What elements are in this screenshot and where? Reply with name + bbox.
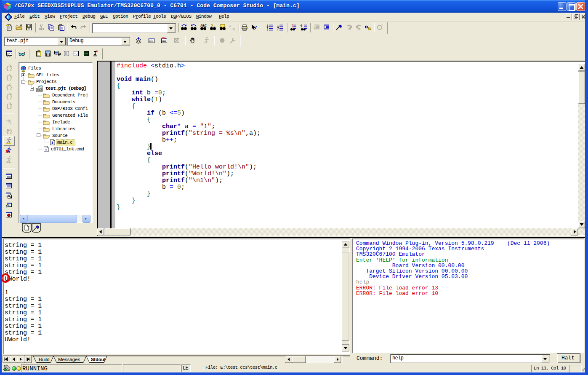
svg-text:{: {: [291, 24, 293, 27]
svg-text:{: {: [266, 27, 269, 31]
svg-text:B: B: [233, 27, 235, 31]
svg-text:{}: {}: [9, 119, 12, 124]
svg-text:{}: {}: [6, 75, 12, 80]
svg-text:ABC: ABC: [200, 24, 207, 27]
svg-text:{}: {}: [6, 103, 12, 109]
svg-text:?: ?: [211, 24, 213, 28]
svg-text:{}: {}: [6, 94, 12, 99]
svg-text:Stdout: Stdout: [91, 357, 106, 362]
svg-text:A: A: [229, 24, 231, 28]
svg-text:Build: Build: [39, 357, 50, 362]
svg-text:ox: ox: [7, 175, 11, 179]
svg-text:{}: {}: [6, 65, 12, 71]
svg-text:Messages: Messages: [58, 357, 80, 362]
svg-text:?: ?: [254, 24, 257, 30]
